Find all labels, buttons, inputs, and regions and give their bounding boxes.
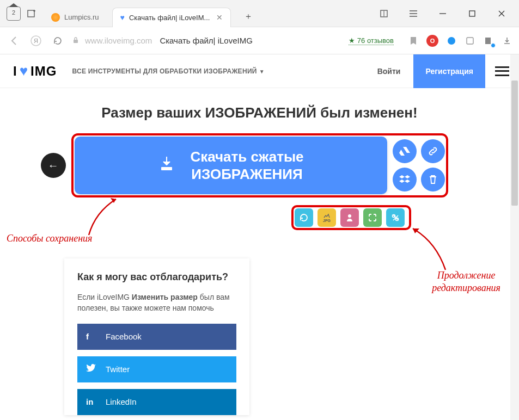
home-button[interactable]: 2 bbox=[7, 7, 21, 21]
thank-card: Как я могу вас отблагодарить? Если iLove… bbox=[64, 258, 249, 415]
svg-rect-0 bbox=[28, 10, 34, 17]
annotation-box bbox=[291, 205, 411, 230]
url-field[interactable]: www.iloveimg.com Скачать файл| iLoveIMG … bbox=[72, 36, 394, 45]
menu-icon bbox=[495, 66, 509, 76]
close-icon[interactable]: ✕ bbox=[216, 13, 223, 22]
linkedin-icon: in bbox=[86, 397, 97, 406]
reload-icon[interactable] bbox=[50, 33, 65, 48]
menu-icon[interactable] bbox=[404, 5, 423, 22]
shield-icon[interactable] bbox=[446, 35, 457, 46]
chevron-down-icon: ▼ bbox=[259, 69, 265, 75]
adblock-icon[interactable]: O bbox=[426, 35, 438, 47]
share-twitter[interactable]: Twitter bbox=[77, 356, 236, 382]
download-section: ← Скачать сжатые ИЗОБРАЖЕНИЯ bbox=[75, 137, 445, 194]
share-facebook[interactable]: fFacebook bbox=[77, 324, 236, 350]
svg-rect-5 bbox=[74, 40, 78, 43]
yandex-icon[interactable]: Я bbox=[28, 33, 44, 48]
thank-title: Как я могу вас отблагодарить? bbox=[77, 271, 236, 283]
url-title: Скачать файл| iLoveIMG bbox=[160, 36, 253, 45]
browser-titlebar: 2 Lumpics.ru ♥ Скачать файл| iLoveIM... … bbox=[0, 0, 519, 27]
logo-text: IMG bbox=[30, 64, 57, 79]
svg-point-6 bbox=[448, 37, 455, 45]
close-button[interactable] bbox=[492, 5, 511, 22]
tools-dropdown[interactable]: ВСЕ ИНСТРУМЕНТЫ ДЛЯ ОБРАБОТКИ ИЗОБРАЖЕНИ… bbox=[72, 67, 265, 75]
svg-text:Я: Я bbox=[34, 38, 38, 44]
favicon-icon: ♥ bbox=[120, 13, 125, 22]
tools-label: ВСЕ ИНСТРУМЕНТЫ ДЛЯ ОБРАБОТКИ ИЗОБРАЖЕНИ… bbox=[72, 67, 257, 75]
annotation-arrow bbox=[408, 225, 452, 276]
annotation-box bbox=[71, 133, 448, 197]
extension-icon[interactable] bbox=[465, 35, 475, 46]
register-button[interactable]: Регистрация bbox=[413, 54, 485, 88]
svg-rect-8 bbox=[485, 38, 491, 44]
downloads-icon[interactable] bbox=[502, 35, 512, 46]
bookmark-icon[interactable] bbox=[408, 35, 419, 46]
share-linkedin[interactable]: inLinkedIn bbox=[77, 389, 236, 415]
favicon-icon bbox=[51, 13, 60, 22]
new-tab-button[interactable]: ＋ bbox=[241, 9, 256, 24]
login-link[interactable]: Войти bbox=[364, 67, 414, 76]
reviews-link[interactable]: ★ 76 отзывов bbox=[349, 36, 394, 45]
thank-text: Если iLoveIMG Изменить размер был вам по… bbox=[77, 292, 236, 314]
back-button[interactable]: ← bbox=[41, 153, 66, 178]
new-window-icon[interactable] bbox=[26, 8, 38, 20]
logo-text: I bbox=[13, 64, 17, 79]
page-title: Размер ваших ИЗОБРАЖЕНИЙ был изменен! bbox=[0, 104, 519, 121]
logo[interactable]: I ♥ IMG bbox=[13, 63, 57, 79]
facebook-icon: f bbox=[86, 332, 97, 341]
minimize-button[interactable] bbox=[433, 5, 453, 22]
collections-icon[interactable] bbox=[483, 35, 494, 46]
annotation-label-left: Способы сохранения bbox=[7, 233, 92, 244]
heart-icon: ♥ bbox=[20, 63, 28, 79]
twitter-icon bbox=[86, 364, 97, 374]
svg-rect-7 bbox=[467, 38, 473, 44]
annotation-arrow bbox=[84, 196, 123, 242]
url-host: www.iloveimg.com bbox=[85, 36, 152, 45]
tab-iloveimg[interactable]: ♥ Скачать файл| iLoveIM... ✕ bbox=[112, 8, 231, 27]
tab-lumpics[interactable]: Lumpics.ru bbox=[44, 8, 107, 27]
lock-icon bbox=[72, 36, 81, 45]
address-bar: Я www.iloveimg.com Скачать файл| iLoveIM… bbox=[0, 27, 519, 54]
reader-icon[interactable] bbox=[374, 5, 394, 22]
maximize-button[interactable] bbox=[462, 5, 482, 22]
tab-label: Скачать файл| iLoveIM... bbox=[129, 14, 210, 22]
tab-count: 2 bbox=[7, 9, 20, 16]
svg-rect-2 bbox=[469, 11, 475, 16]
tab-label: Lumpics.ru bbox=[64, 13, 99, 21]
continue-tools: JPG bbox=[291, 205, 411, 230]
site-header: I ♥ IMG ВСЕ ИНСТРУМЕНТЫ ДЛЯ ОБРАБОТКИ ИЗ… bbox=[0, 54, 519, 88]
back-nav-icon[interactable] bbox=[7, 33, 22, 48]
